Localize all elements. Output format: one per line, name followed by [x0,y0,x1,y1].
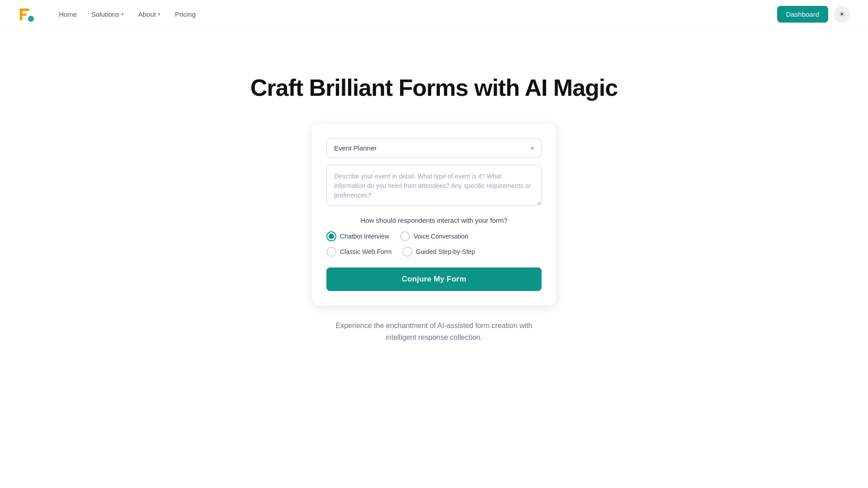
radio-classic-web-form[interactable]: Classic Web Form [326,247,392,257]
radio-circle-classic [326,247,336,257]
radio-circle-guided [402,247,412,257]
navbar: Home Solutions ▾ About ▾ Pricing Dashboa… [0,0,868,29]
theme-icon: ☀ [839,10,845,19]
nav-about[interactable]: About ▾ [133,7,166,22]
hero-title: Craft Brilliant Forms with AI Magic [250,74,618,101]
radio-group: Chatbot Interview Voice Conversation Cla… [326,231,542,257]
subtitle: Experience the enchantment of AI-assiste… [326,320,542,343]
svg-rect-2 [20,14,27,16]
nav-about-label: About [138,10,156,18]
logo-icon [18,6,35,23]
radio-label-voice: Voice Conversation [414,233,468,240]
dashboard-button[interactable]: Dashboard [777,6,828,23]
nav-home[interactable]: Home [53,7,82,22]
logo[interactable] [18,6,35,23]
theme-toggle-button[interactable]: ☀ [834,6,850,23]
radio-chatbot-interview[interactable]: Chatbot Interview [326,231,389,241]
navbar-right: Dashboard ☀ [777,6,850,23]
nav-pricing-label: Pricing [175,10,196,18]
nav-links: Home Solutions ▾ About ▾ Pricing [53,7,201,22]
nav-solutions[interactable]: Solutions ▾ [86,7,129,22]
chevron-down-icon: ▾ [158,11,160,17]
nav-pricing[interactable]: Pricing [170,7,201,22]
navbar-left: Home Solutions ▾ About ▾ Pricing [18,6,201,23]
nav-home-label: Home [59,10,77,18]
radio-guided-step-by-step[interactable]: Guided Step-by-Step [402,247,475,257]
radio-circle-voice [400,231,410,241]
radio-label-guided: Guided Step-by-Step [416,248,475,255]
nav-solutions-label: Solutions [91,10,119,18]
dropdown-selected-value: Event Planner [334,144,377,152]
radio-label-classic: Classic Web Form [340,248,392,255]
description-textarea[interactable] [326,165,542,206]
form-type-dropdown[interactable]: Event Planner ▾ [326,138,542,158]
radio-circle-chatbot [326,231,336,241]
chevron-down-icon: ▾ [121,11,124,17]
interaction-question: How should respondents interact with you… [326,216,542,224]
radio-voice-conversation[interactable]: Voice Conversation [400,231,468,241]
chevron-down-icon: ▾ [531,145,534,152]
form-card: Event Planner ▾ How should respondents i… [312,124,556,305]
svg-rect-1 [20,8,29,11]
svg-point-3 [28,15,34,21]
conjure-button[interactable]: Conjure My Form [326,267,542,291]
radio-label-chatbot: Chatbot Interview [340,233,389,240]
main-content: Craft Brilliant Forms with AI Magic Even… [0,29,868,370]
